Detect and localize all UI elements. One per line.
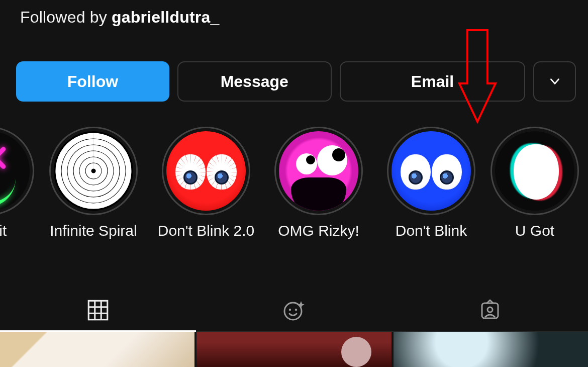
highlight-label: Don't Blink 2.0 — [158, 222, 255, 239]
email-button[interactable]: Email — [340, 61, 526, 102]
highlight-label: Infinite Spiral — [50, 222, 137, 239]
highlight-cover-neon-face — [0, 131, 30, 211]
highlight-cover-bloodshot-eyes — [166, 131, 246, 211]
grid-icon — [85, 298, 111, 323]
highlight-dont-blink-2[interactable]: Don't Blink 2.0 — [151, 127, 261, 239]
followed-by-prefix: Followed by — [20, 8, 112, 26]
highlight-ring — [162, 127, 250, 215]
svg-point-6 — [289, 308, 291, 310]
chevron-down-icon — [548, 75, 561, 88]
highlight-label: Don't Blink — [396, 222, 467, 239]
effects-sparkle-face-icon — [281, 297, 307, 323]
highlight-ring — [49, 127, 138, 215]
highlight-omg-rizky[interactable]: OMG Rizky! — [263, 127, 374, 239]
story-highlights-carousel[interactable]: erx-it Infinite Spiral — [0, 127, 588, 257]
eye-icon — [401, 154, 431, 190]
eye-icon — [175, 154, 206, 190]
tab-posts-grid[interactable] — [0, 289, 196, 331]
highlight-label: erx-it — [0, 222, 7, 239]
posts-grid-preview[interactable] — [0, 332, 588, 367]
spiral-icon — [54, 131, 133, 211]
highlight-ring — [274, 127, 363, 215]
svg-point-9 — [487, 307, 493, 312]
suggested-users-toggle-button[interactable] — [533, 61, 576, 102]
highlight-infinite-spiral[interactable]: Infinite Spiral — [38, 127, 149, 239]
message-button[interactable]: Message — [177, 61, 332, 102]
followed-by-username[interactable]: gabrielldutra_ — [112, 8, 219, 26]
tab-effects[interactable] — [196, 289, 392, 331]
profile-action-row: Follow Message Email — [16, 61, 576, 102]
post-thumbnail[interactable] — [394, 332, 588, 367]
email-button-label: Email — [411, 72, 454, 91]
post-thumbnail[interactable] — [197, 332, 391, 367]
tagged-user-icon — [477, 297, 503, 323]
tab-tagged[interactable] — [392, 289, 588, 331]
message-button-label: Message — [221, 72, 288, 91]
follow-button[interactable]: Follow — [16, 61, 169, 102]
highlight-ring — [491, 127, 579, 215]
follow-button-label: Follow — [67, 72, 118, 91]
highlight-cover-spiral — [54, 131, 133, 211]
svg-point-7 — [295, 308, 297, 310]
highlight-ring — [387, 127, 475, 215]
followed-by-text: Followed by gabrielldutra_ — [20, 8, 219, 27]
highlight-cover-glitch — [495, 131, 574, 211]
highlight-label: OMG Rizky! — [278, 222, 359, 239]
highlight-erx-it[interactable]: erx-it — [0, 127, 20, 239]
eye-icon — [207, 154, 237, 190]
svg-rect-8 — [482, 303, 498, 318]
highlight-dont-blink[interactable]: Don't Blink — [376, 127, 486, 239]
eye-icon — [432, 154, 462, 190]
post-thumbnail[interactable] — [0, 332, 194, 367]
profile-tabs — [0, 289, 588, 332]
svg-rect-0 — [88, 301, 108, 320]
highlight-u-got[interactable]: U Got — [505, 127, 565, 239]
highlight-cover-omg-face — [279, 131, 358, 211]
highlight-cover-blue-eyes — [391, 131, 471, 211]
highlight-label: U Got — [515, 222, 554, 239]
highlight-ring — [0, 127, 34, 215]
